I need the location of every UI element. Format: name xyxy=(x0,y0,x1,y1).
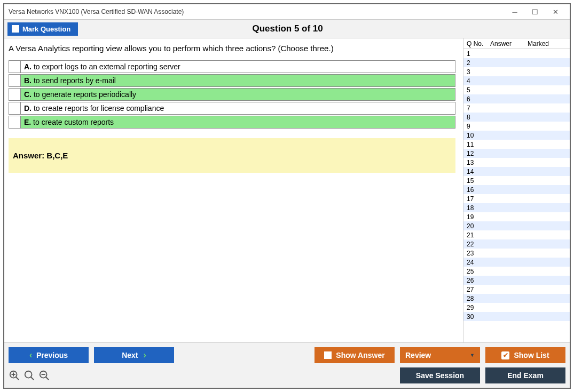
zoom-in-icon[interactable] xyxy=(9,370,20,381)
previous-button[interactable]: ‹ Previous xyxy=(9,347,89,363)
list-item[interactable]: 9 xyxy=(463,122,570,131)
previous-label: Previous xyxy=(36,351,68,359)
question-panel: A Versa Analytics reporting view allows … xyxy=(4,38,463,342)
qno: 14 xyxy=(463,168,490,175)
end-exam-button[interactable]: End Exam xyxy=(485,367,565,383)
list-item[interactable]: 17 xyxy=(463,194,570,203)
col-qno: Q No. xyxy=(463,40,490,47)
checkbox-icon[interactable] xyxy=(9,61,21,73)
zoom-out-icon[interactable] xyxy=(38,370,50,381)
qno: 12 xyxy=(463,150,490,157)
qno: 25 xyxy=(463,268,490,275)
window-controls: ─ ☐ ✕ xyxy=(505,6,565,18)
answer-option[interactable]: B. to send reports by e-mail xyxy=(9,74,455,87)
list-item[interactable]: 3 xyxy=(463,67,570,76)
show-answer-label: Show Answer xyxy=(336,351,384,359)
list-item[interactable]: 26 xyxy=(463,276,570,285)
qno: 23 xyxy=(463,250,490,257)
qno: 16 xyxy=(463,186,490,194)
footer: ‹ Previous Next › Show Answer Review ▼ ✔… xyxy=(4,342,570,388)
list-item[interactable]: 2 xyxy=(463,58,570,67)
qno: 1 xyxy=(463,50,490,58)
review-label: Review xyxy=(405,351,431,359)
checkbox-icon[interactable] xyxy=(9,102,21,114)
list-item[interactable]: 24 xyxy=(463,258,570,267)
chevron-down-icon: ▼ xyxy=(470,353,475,358)
checkbox-icon[interactable] xyxy=(9,75,21,86)
review-button[interactable]: Review ▼ xyxy=(400,347,480,363)
titlebar: Versa Networks VNX100 (Versa Certified S… xyxy=(4,4,570,19)
show-answer-button[interactable]: Show Answer xyxy=(314,347,395,363)
qno: 6 xyxy=(463,95,490,103)
list-item[interactable]: 22 xyxy=(463,239,570,249)
list-item[interactable]: 4 xyxy=(463,76,570,85)
list-item[interactable]: 6 xyxy=(463,94,570,103)
footer-row-1: ‹ Previous Next › Show Answer Review ▼ ✔… xyxy=(9,347,565,363)
list-item[interactable]: 5 xyxy=(463,85,570,94)
list-item[interactable]: 10 xyxy=(463,131,570,140)
answer-option[interactable]: D. to create reports for license complia… xyxy=(9,102,455,115)
main-area: A Versa Analytics reporting view allows … xyxy=(4,38,570,342)
next-label: Next xyxy=(122,351,138,359)
list-item[interactable]: 14 xyxy=(463,167,570,176)
list-item[interactable]: 8 xyxy=(463,113,570,122)
list-item[interactable]: 15 xyxy=(463,176,570,185)
list-item[interactable]: 18 xyxy=(463,203,570,212)
show-list-label: Show List xyxy=(514,351,549,359)
list-item[interactable]: 19 xyxy=(463,212,570,221)
qno: 10 xyxy=(463,132,490,139)
list-item[interactable]: 20 xyxy=(463,221,570,230)
qno: 11 xyxy=(463,141,490,148)
checkbox-icon[interactable] xyxy=(9,89,21,100)
qno: 19 xyxy=(463,213,490,221)
list-item[interactable]: 29 xyxy=(463,303,570,312)
question-text: A Versa Analytics reporting view allows … xyxy=(9,44,463,53)
list-item[interactable]: 27 xyxy=(463,285,570,294)
qno: 3 xyxy=(463,68,490,76)
close-icon[interactable]: ✕ xyxy=(545,6,565,18)
question-counter: Question 5 of 10 xyxy=(9,23,567,34)
app-window: Versa Networks VNX100 (Versa Certified S… xyxy=(3,3,571,389)
qno: 24 xyxy=(463,259,490,266)
question-list-body[interactable]: 1234567891011121314151617181920212223242… xyxy=(463,49,570,342)
list-item[interactable]: 11 xyxy=(463,140,570,149)
save-session-button[interactable]: Save Session xyxy=(400,367,480,383)
list-item[interactable]: 7 xyxy=(463,103,570,113)
question-list-header: Q No. Answer Marked xyxy=(463,38,570,49)
show-list-button[interactable]: ✔ Show List xyxy=(485,347,565,363)
answer-option[interactable]: A. to export logs to an external reporti… xyxy=(9,60,455,73)
option-label: E. to create custom reports xyxy=(21,118,114,126)
qno: 8 xyxy=(463,114,490,121)
list-item[interactable]: 25 xyxy=(463,267,570,276)
list-item[interactable]: 13 xyxy=(463,158,570,167)
list-item[interactable]: 30 xyxy=(463,312,570,321)
list-item[interactable]: 23 xyxy=(463,249,570,258)
checkbox-icon xyxy=(324,351,332,359)
qno: 30 xyxy=(463,313,490,321)
qno: 27 xyxy=(463,286,490,293)
list-item[interactable]: 12 xyxy=(463,149,570,158)
list-item[interactable]: 21 xyxy=(463,230,570,239)
chevron-right-icon: › xyxy=(144,350,146,360)
answer-option[interactable]: E. to create custom reports xyxy=(9,116,455,129)
qno: 29 xyxy=(463,304,490,311)
col-marked: Marked xyxy=(528,40,570,47)
qno: 2 xyxy=(463,59,490,67)
next-button[interactable]: Next › xyxy=(94,347,174,363)
list-item[interactable]: 16 xyxy=(463,185,570,194)
option-label: C. to generate reports periodically xyxy=(21,90,136,99)
qno: 13 xyxy=(463,159,490,166)
qno: 26 xyxy=(463,277,490,284)
answer-reveal: Answer: B,C,E xyxy=(9,138,455,173)
maximize-icon[interactable]: ☐ xyxy=(525,6,545,18)
answer-option[interactable]: C. to generate reports periodically xyxy=(9,88,455,101)
answer-options: A. to export logs to an external reporti… xyxy=(9,60,455,129)
minimize-icon[interactable]: ─ xyxy=(505,6,525,18)
checkbox-icon[interactable] xyxy=(9,116,21,128)
svg-point-4 xyxy=(25,371,32,378)
list-item[interactable]: 1 xyxy=(463,49,570,58)
window-title: Versa Networks VNX100 (Versa Certified S… xyxy=(9,8,505,15)
list-item[interactable]: 28 xyxy=(463,294,570,303)
zoom-icon[interactable] xyxy=(23,370,35,381)
qno: 18 xyxy=(463,204,490,212)
